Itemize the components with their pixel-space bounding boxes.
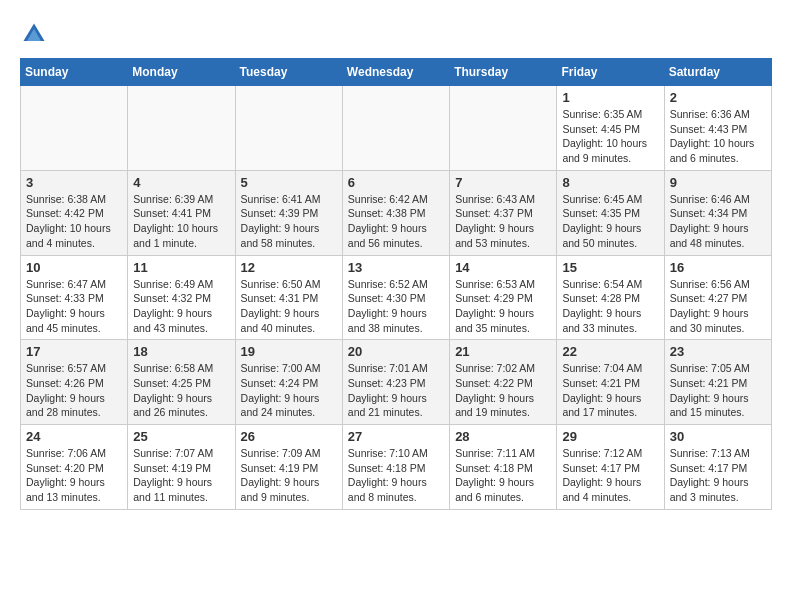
- day-number: 24: [26, 429, 122, 444]
- day-info: Sunrise: 7:09 AM Sunset: 4:19 PM Dayligh…: [241, 446, 337, 505]
- day-info: Sunrise: 6:36 AM Sunset: 4:43 PM Dayligh…: [670, 107, 766, 166]
- calendar-cell: 18Sunrise: 6:58 AM Sunset: 4:25 PM Dayli…: [128, 340, 235, 425]
- day-number: 10: [26, 260, 122, 275]
- calendar-table: SundayMondayTuesdayWednesdayThursdayFrid…: [20, 58, 772, 510]
- day-info: Sunrise: 7:05 AM Sunset: 4:21 PM Dayligh…: [670, 361, 766, 420]
- day-info: Sunrise: 7:01 AM Sunset: 4:23 PM Dayligh…: [348, 361, 444, 420]
- day-info: Sunrise: 6:54 AM Sunset: 4:28 PM Dayligh…: [562, 277, 658, 336]
- calendar-cell: 24Sunrise: 7:06 AM Sunset: 4:20 PM Dayli…: [21, 425, 128, 510]
- day-info: Sunrise: 6:45 AM Sunset: 4:35 PM Dayligh…: [562, 192, 658, 251]
- calendar-cell: [235, 86, 342, 171]
- day-number: 18: [133, 344, 229, 359]
- day-number: 28: [455, 429, 551, 444]
- day-info: Sunrise: 6:39 AM Sunset: 4:41 PM Dayligh…: [133, 192, 229, 251]
- day-number: 16: [670, 260, 766, 275]
- day-number: 15: [562, 260, 658, 275]
- day-info: Sunrise: 6:43 AM Sunset: 4:37 PM Dayligh…: [455, 192, 551, 251]
- day-info: Sunrise: 7:12 AM Sunset: 4:17 PM Dayligh…: [562, 446, 658, 505]
- calendar-cell: [128, 86, 235, 171]
- calendar-header-wednesday: Wednesday: [342, 59, 449, 86]
- day-info: Sunrise: 7:11 AM Sunset: 4:18 PM Dayligh…: [455, 446, 551, 505]
- calendar-cell: 2Sunrise: 6:36 AM Sunset: 4:43 PM Daylig…: [664, 86, 771, 171]
- day-info: Sunrise: 6:41 AM Sunset: 4:39 PM Dayligh…: [241, 192, 337, 251]
- day-number: 27: [348, 429, 444, 444]
- day-number: 9: [670, 175, 766, 190]
- day-number: 23: [670, 344, 766, 359]
- calendar-cell: 6Sunrise: 6:42 AM Sunset: 4:38 PM Daylig…: [342, 170, 449, 255]
- calendar-cell: 12Sunrise: 6:50 AM Sunset: 4:31 PM Dayli…: [235, 255, 342, 340]
- calendar-cell: 13Sunrise: 6:52 AM Sunset: 4:30 PM Dayli…: [342, 255, 449, 340]
- calendar-header-saturday: Saturday: [664, 59, 771, 86]
- day-info: Sunrise: 6:50 AM Sunset: 4:31 PM Dayligh…: [241, 277, 337, 336]
- day-number: 5: [241, 175, 337, 190]
- calendar-week-2: 3Sunrise: 6:38 AM Sunset: 4:42 PM Daylig…: [21, 170, 772, 255]
- day-number: 7: [455, 175, 551, 190]
- day-number: 29: [562, 429, 658, 444]
- calendar-week-4: 17Sunrise: 6:57 AM Sunset: 4:26 PM Dayli…: [21, 340, 772, 425]
- calendar-cell: 17Sunrise: 6:57 AM Sunset: 4:26 PM Dayli…: [21, 340, 128, 425]
- day-number: 17: [26, 344, 122, 359]
- day-number: 19: [241, 344, 337, 359]
- day-info: Sunrise: 7:06 AM Sunset: 4:20 PM Dayligh…: [26, 446, 122, 505]
- day-info: Sunrise: 6:46 AM Sunset: 4:34 PM Dayligh…: [670, 192, 766, 251]
- day-number: 21: [455, 344, 551, 359]
- day-number: 6: [348, 175, 444, 190]
- calendar-header-tuesday: Tuesday: [235, 59, 342, 86]
- day-info: Sunrise: 6:35 AM Sunset: 4:45 PM Dayligh…: [562, 107, 658, 166]
- day-info: Sunrise: 6:49 AM Sunset: 4:32 PM Dayligh…: [133, 277, 229, 336]
- day-info: Sunrise: 6:57 AM Sunset: 4:26 PM Dayligh…: [26, 361, 122, 420]
- calendar-header-thursday: Thursday: [450, 59, 557, 86]
- day-number: 22: [562, 344, 658, 359]
- day-info: Sunrise: 6:52 AM Sunset: 4:30 PM Dayligh…: [348, 277, 444, 336]
- day-info: Sunrise: 7:00 AM Sunset: 4:24 PM Dayligh…: [241, 361, 337, 420]
- calendar-cell: 8Sunrise: 6:45 AM Sunset: 4:35 PM Daylig…: [557, 170, 664, 255]
- day-info: Sunrise: 6:47 AM Sunset: 4:33 PM Dayligh…: [26, 277, 122, 336]
- day-number: 11: [133, 260, 229, 275]
- day-info: Sunrise: 6:58 AM Sunset: 4:25 PM Dayligh…: [133, 361, 229, 420]
- day-info: Sunrise: 6:38 AM Sunset: 4:42 PM Dayligh…: [26, 192, 122, 251]
- calendar-cell: 10Sunrise: 6:47 AM Sunset: 4:33 PM Dayli…: [21, 255, 128, 340]
- calendar-header-row: SundayMondayTuesdayWednesdayThursdayFrid…: [21, 59, 772, 86]
- day-info: Sunrise: 7:02 AM Sunset: 4:22 PM Dayligh…: [455, 361, 551, 420]
- calendar-cell: 3Sunrise: 6:38 AM Sunset: 4:42 PM Daylig…: [21, 170, 128, 255]
- day-number: 25: [133, 429, 229, 444]
- calendar-cell: [450, 86, 557, 171]
- calendar-cell: 9Sunrise: 6:46 AM Sunset: 4:34 PM Daylig…: [664, 170, 771, 255]
- day-number: 13: [348, 260, 444, 275]
- calendar-cell: [342, 86, 449, 171]
- day-number: 8: [562, 175, 658, 190]
- calendar-header-friday: Friday: [557, 59, 664, 86]
- day-number: 20: [348, 344, 444, 359]
- day-number: 1: [562, 90, 658, 105]
- day-number: 2: [670, 90, 766, 105]
- day-info: Sunrise: 6:56 AM Sunset: 4:27 PM Dayligh…: [670, 277, 766, 336]
- calendar-cell: 27Sunrise: 7:10 AM Sunset: 4:18 PM Dayli…: [342, 425, 449, 510]
- calendar-week-5: 24Sunrise: 7:06 AM Sunset: 4:20 PM Dayli…: [21, 425, 772, 510]
- day-info: Sunrise: 7:04 AM Sunset: 4:21 PM Dayligh…: [562, 361, 658, 420]
- day-number: 14: [455, 260, 551, 275]
- page-header: [20, 20, 772, 48]
- calendar-cell: 5Sunrise: 6:41 AM Sunset: 4:39 PM Daylig…: [235, 170, 342, 255]
- calendar-cell: 11Sunrise: 6:49 AM Sunset: 4:32 PM Dayli…: [128, 255, 235, 340]
- calendar-cell: 4Sunrise: 6:39 AM Sunset: 4:41 PM Daylig…: [128, 170, 235, 255]
- calendar-cell: 30Sunrise: 7:13 AM Sunset: 4:17 PM Dayli…: [664, 425, 771, 510]
- calendar-cell: 23Sunrise: 7:05 AM Sunset: 4:21 PM Dayli…: [664, 340, 771, 425]
- calendar-cell: 29Sunrise: 7:12 AM Sunset: 4:17 PM Dayli…: [557, 425, 664, 510]
- day-info: Sunrise: 6:53 AM Sunset: 4:29 PM Dayligh…: [455, 277, 551, 336]
- calendar-cell: 14Sunrise: 6:53 AM Sunset: 4:29 PM Dayli…: [450, 255, 557, 340]
- calendar-cell: 21Sunrise: 7:02 AM Sunset: 4:22 PM Dayli…: [450, 340, 557, 425]
- day-info: Sunrise: 7:13 AM Sunset: 4:17 PM Dayligh…: [670, 446, 766, 505]
- day-info: Sunrise: 6:42 AM Sunset: 4:38 PM Dayligh…: [348, 192, 444, 251]
- day-number: 26: [241, 429, 337, 444]
- day-number: 4: [133, 175, 229, 190]
- calendar-cell: 25Sunrise: 7:07 AM Sunset: 4:19 PM Dayli…: [128, 425, 235, 510]
- calendar-cell: 7Sunrise: 6:43 AM Sunset: 4:37 PM Daylig…: [450, 170, 557, 255]
- day-number: 3: [26, 175, 122, 190]
- calendar-cell: 16Sunrise: 6:56 AM Sunset: 4:27 PM Dayli…: [664, 255, 771, 340]
- calendar-header-sunday: Sunday: [21, 59, 128, 86]
- day-number: 12: [241, 260, 337, 275]
- calendar-cell: 28Sunrise: 7:11 AM Sunset: 4:18 PM Dayli…: [450, 425, 557, 510]
- calendar-cell: 22Sunrise: 7:04 AM Sunset: 4:21 PM Dayli…: [557, 340, 664, 425]
- logo: [20, 20, 52, 48]
- day-info: Sunrise: 7:10 AM Sunset: 4:18 PM Dayligh…: [348, 446, 444, 505]
